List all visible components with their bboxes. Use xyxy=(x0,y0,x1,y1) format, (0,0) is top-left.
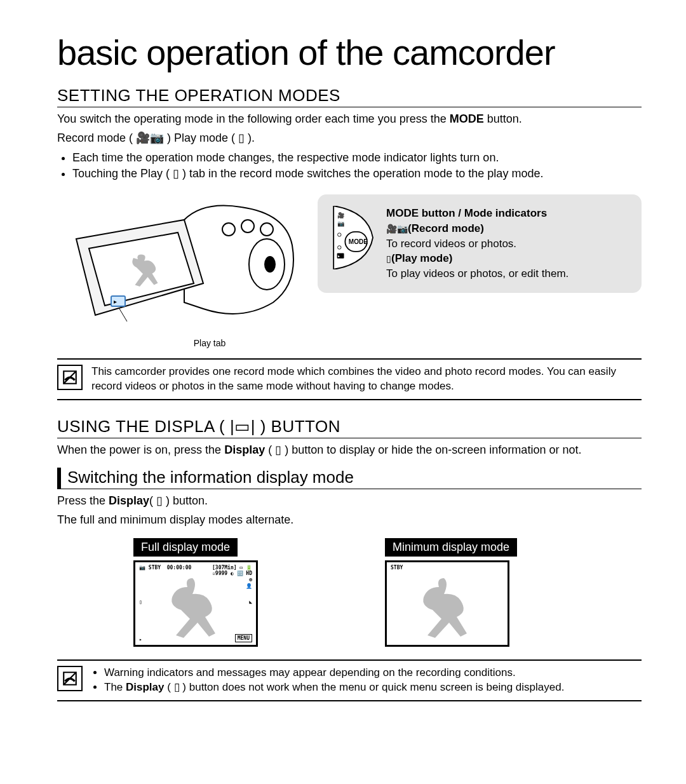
skater-graphic xyxy=(419,575,476,641)
section-heading-display: USING THE DISPLA ( |▭| ) BUTTON xyxy=(57,417,642,438)
svg-line-7 xyxy=(119,309,127,321)
svg-text:📷: 📷 xyxy=(337,220,345,227)
mode-bold: MODE xyxy=(450,112,484,125)
text: ) BUTTON xyxy=(255,417,340,436)
display-bold: Display xyxy=(126,681,164,693)
record-mode-desc: To record videos or photos. xyxy=(386,236,568,252)
bullet: Touching the Play ( ▯ ) tab in the recor… xyxy=(72,166,642,182)
note-bullet: Warning indicators and messages may appe… xyxy=(104,666,564,680)
minimum-display-screen: STBY xyxy=(385,560,509,647)
note-bullets: Warning indicators and messages may appe… xyxy=(91,666,564,695)
osd-top-left: 📷 STBY 00:00:00 xyxy=(139,565,191,571)
play-mode-icon: ▯ xyxy=(386,253,391,264)
text: ( ▯ ) button. xyxy=(149,494,208,507)
text: ( ▯ ) button to display or hide the on-s… xyxy=(265,443,581,456)
svg-point-3 xyxy=(241,220,254,233)
osd-top-left-min: STBY xyxy=(391,565,403,571)
display-intro: When the power is on, press the Display … xyxy=(57,442,642,457)
alternate-text: The full and minimum display modes alter… xyxy=(57,512,642,527)
press-display: Press the Display( ▯ ) button. xyxy=(57,493,642,508)
full-display-label: Full display mode xyxy=(133,538,238,557)
record-mode-label: (Record mode) xyxy=(408,222,484,234)
mode-info-box: 🎥 📷 MODE ▸ MODE button / Mode indicators… xyxy=(318,194,642,293)
greybox-title: MODE button / Mode indicators xyxy=(386,206,568,221)
record-mode-icon: 🎥📷 xyxy=(386,224,408,234)
modes-intro-1: You switch the operating mode in the fol… xyxy=(57,111,642,126)
svg-text:▸: ▸ xyxy=(338,253,340,258)
modes-intro-2: Record mode ( 🎥📷 ) Play mode ( ▯ ). xyxy=(57,130,642,145)
modes-bullets: Each time the operation mode changes, th… xyxy=(57,150,642,182)
section-heading-modes: SETTING THE OPERATION MODES xyxy=(57,86,642,107)
camcorder-figure: ▸ Play tab xyxy=(57,194,299,348)
osd-top-right: [307Min] ▭ 🔋▫9999 ◐ 🔠 HD⊕👤 xyxy=(212,565,252,589)
play-mode-desc: To play videos or photos, or edit them. xyxy=(386,266,568,281)
minimum-display-column: Minimum display mode STBY xyxy=(385,538,517,647)
full-display-screen: 📷 STBY 00:00:00 [307Min] ▭ 🔋▫9999 ◐ 🔠 HD… xyxy=(133,560,258,647)
osd-mid-right: ◣ xyxy=(249,599,252,605)
camcorder-illustration: ▸ xyxy=(57,194,299,341)
minimum-display-label: Minimum display mode xyxy=(385,538,517,557)
play-mode-label: (Play mode) xyxy=(391,252,452,264)
svg-text:▸: ▸ xyxy=(114,298,117,305)
svg-text:🎥: 🎥 xyxy=(337,212,345,219)
note-text: This camcorder provides one record mode … xyxy=(91,365,642,394)
text: USING THE DISPLA ( xyxy=(57,417,230,436)
display-bold: Display xyxy=(224,443,265,456)
page-title: basic operation of the camcorder xyxy=(57,32,642,73)
text: When the power is on, press the xyxy=(57,443,224,456)
osd-menu: MENU xyxy=(235,634,252,642)
osd-bottom-left: ▸ xyxy=(139,637,142,642)
svg-point-4 xyxy=(260,223,273,236)
text: button. xyxy=(484,112,522,125)
text: You switch the operating mode in the fol… xyxy=(57,112,450,125)
osd-mid-left: ▯ xyxy=(139,599,142,605)
display-icon: |▭| xyxy=(230,417,255,436)
note-icon xyxy=(57,365,83,390)
note-bullet: The Display ( ▯ ) button does not work w… xyxy=(104,680,564,695)
note-box-2: Warning indicators and messages may appe… xyxy=(57,659,642,701)
mode-button-illustration: 🎥 📷 MODE ▸ xyxy=(332,206,376,269)
svg-text:MODE: MODE xyxy=(349,238,368,245)
svg-point-1 xyxy=(265,257,275,272)
note-box-1: This camcorder provides one record mode … xyxy=(57,358,642,400)
display-bold: Display xyxy=(109,494,149,507)
full-display-column: Full display mode 📷 STBY 00:00:00 [307Mi… xyxy=(133,538,258,647)
bullet: Each time the operation mode changes, th… xyxy=(72,150,642,166)
text: Press the xyxy=(57,494,109,507)
svg-point-2 xyxy=(222,223,235,236)
note-icon xyxy=(57,666,83,691)
sub-heading-switching: Switching the information display mode xyxy=(57,468,642,489)
